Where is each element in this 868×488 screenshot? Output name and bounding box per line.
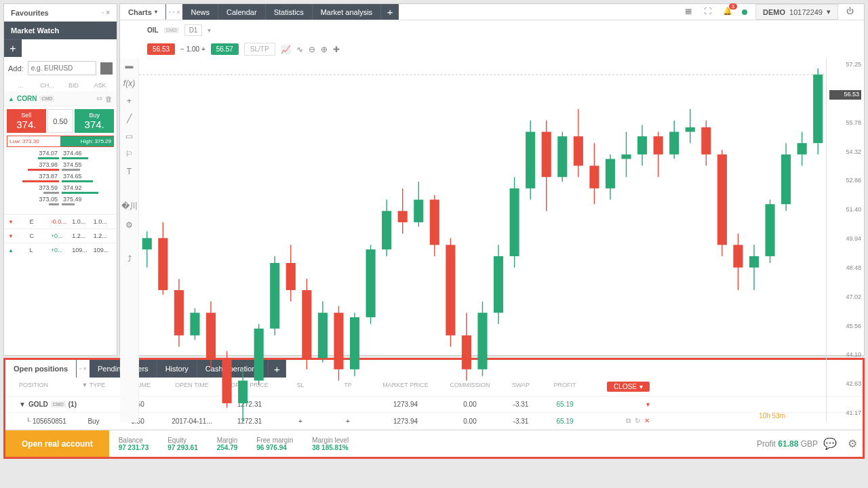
window-controls-icon[interactable]: ▫ ×	[77, 365, 90, 372]
fullscreen-icon[interactable]: ⛶	[704, 7, 715, 18]
drawing-tools: ▬ f(x) + ╱ ▭ ⚐ T �川 ⚙ ⤴	[120, 58, 139, 422]
crosshair-icon[interactable]: ✚	[333, 45, 340, 54]
window-controls-icon[interactable]: ▫ ×	[102, 9, 110, 16]
svg-rect-16	[254, 329, 264, 381]
svg-rect-4	[158, 238, 167, 290]
chart-toolbar: 56.53 − 1.00 + 56.57 SL/TP 📈 ∿ ⊖ ⊕ ✚	[120, 40, 864, 58]
svg-rect-64	[637, 136, 647, 155]
volume-icon[interactable]: �川	[121, 201, 138, 212]
main-tabs: Charts ▫ ▫ × News Calendar Statistics Ma…	[120, 4, 864, 20]
gear-icon[interactable]: ⚙	[842, 437, 863, 450]
stat-equity: Equity97 293.61	[158, 436, 208, 451]
candle-type-icon[interactable]: ▬	[125, 61, 134, 70]
svg-rect-46	[494, 256, 503, 312]
cross-icon[interactable]: +	[127, 96, 132, 106]
bell-icon[interactable]: 🔔3	[723, 7, 734, 18]
chat-icon[interactable]: 💬	[818, 437, 842, 450]
svg-rect-78	[749, 256, 759, 268]
svg-rect-26	[334, 312, 343, 369]
svg-rect-14	[238, 381, 248, 403]
power-icon[interactable]: ⏻	[846, 7, 857, 18]
tab-calendar[interactable]: Calendar	[218, 4, 266, 20]
connection-status-icon	[742, 9, 747, 15]
zoom-out-icon[interactable]: ⊖	[309, 45, 315, 54]
svg-rect-40	[446, 245, 455, 335]
svg-rect-86	[813, 75, 823, 143]
account-selector[interactable]: DEMO 10172249 ▾	[755, 4, 838, 20]
svg-rect-50	[526, 131, 535, 188]
depth-row: 373.87 374.65	[7, 173, 114, 182]
svg-rect-20	[286, 263, 296, 290]
tab-favourites[interactable]: Favourites ▫ ×	[4, 4, 117, 22]
svg-rect-62	[621, 155, 631, 159]
symbol-header-corn[interactable]: ▲ CORNCMD ⬄ 🗑	[4, 92, 117, 106]
delete-icon[interactable]: 🗑	[105, 95, 113, 103]
chevron-down-icon: ▾	[827, 7, 831, 16]
depth-row: 373.98 374.55	[7, 161, 114, 171]
ask-pill[interactable]: 56.57	[211, 43, 239, 55]
chevron-down-icon[interactable]: ▾	[208, 26, 211, 34]
countdown-timer: 10h 53m	[759, 412, 785, 420]
tab-news[interactable]: News	[182, 4, 218, 20]
svg-rect-10	[206, 312, 216, 358]
watchlist-row[interactable]: ▲L+0...109...109...	[4, 243, 117, 257]
layout-icon[interactable]: ▦	[685, 7, 696, 18]
zoom-in-icon[interactable]: ⊕	[321, 45, 328, 54]
tab-open-positions[interactable]: Open positions	[5, 360, 77, 378]
bid-pill[interactable]: 56.53	[147, 43, 175, 55]
chart-icon[interactable]: ⬄	[96, 94, 102, 103]
grid-view-icon[interactable]	[100, 62, 113, 75]
add-tab-button[interactable]: +	[381, 4, 399, 20]
stat-free-margin: Free margin96 976.94	[247, 436, 302, 451]
window-controls-icon[interactable]: ▫ ▫ ×	[166, 9, 183, 16]
account-footer: Open real account Balance97 231.73 Equit…	[5, 430, 863, 457]
tab-market-watch[interactable]: Market Watch	[4, 22, 117, 39]
flag-icon[interactable]: ⚐	[125, 149, 133, 159]
total-profit: Profit 61.88 GBP	[757, 439, 818, 449]
indicator-icon[interactable]: ∿	[296, 45, 303, 54]
function-icon[interactable]: f(x)	[123, 79, 135, 88]
add-symbol-input[interactable]	[28, 61, 96, 75]
share-icon[interactable]: ⤴	[127, 254, 132, 264]
watchlist-row[interactable]: ▼C+0...1.2...1.2...	[4, 228, 117, 243]
svg-rect-44	[477, 312, 487, 369]
svg-rect-36	[414, 200, 423, 222]
tab-statistics[interactable]: Statistics	[266, 4, 313, 20]
svg-rect-58	[589, 166, 599, 188]
tab-market-analysis[interactable]: Market analysis	[313, 4, 381, 20]
open-real-account-button[interactable]: Open real account	[5, 430, 109, 457]
watchlist-row[interactable]: ▼E-0.0...1.0...1.0...	[4, 214, 117, 228]
svg-rect-24	[318, 312, 328, 358]
spread-label: − 1.00 +	[180, 45, 205, 53]
watchlist-header: ... CH... BID ASK	[4, 79, 117, 92]
text-icon[interactable]: T	[127, 167, 132, 176]
svg-rect-30	[366, 249, 376, 317]
rectangle-icon[interactable]: ▭	[125, 131, 133, 141]
svg-rect-2	[142, 238, 152, 249]
svg-rect-66	[654, 136, 663, 155]
chart-header: OIL CMD D1 ▾	[120, 20, 864, 40]
svg-rect-48	[510, 188, 519, 256]
svg-rect-42	[462, 336, 471, 369]
trendline-icon[interactable]: ╱	[127, 114, 132, 123]
add-button[interactable]: +	[4, 39, 22, 57]
svg-rect-74	[717, 155, 727, 245]
volume-input[interactable]: 0.50	[47, 109, 74, 133]
sidebar: Favourites ▫ × Market Watch + Add: ... C…	[3, 3, 117, 356]
tab-charts[interactable]: Charts	[120, 4, 166, 20]
depth-row: 373.05 375.49	[7, 196, 114, 205]
add-label: Add:	[8, 64, 24, 73]
svg-rect-22	[302, 290, 311, 358]
sltp-button[interactable]: SL/TP	[244, 43, 275, 56]
svg-rect-60	[606, 159, 615, 188]
svg-rect-34	[398, 211, 408, 222]
sell-button[interactable]: Sell 374.	[7, 109, 46, 133]
timeframe-selector[interactable]: D1	[184, 24, 203, 36]
settings-icon[interactable]: ⚙	[125, 220, 133, 230]
svg-rect-12	[222, 358, 232, 403]
price-chart[interactable]: 10h 53m	[139, 58, 826, 422]
svg-rect-82	[781, 155, 791, 204]
line-chart-icon[interactable]: 📈	[281, 45, 291, 54]
buy-button[interactable]: Buy 374.	[75, 109, 114, 133]
stat-margin-level: Margin level38 185.81%	[302, 436, 358, 451]
